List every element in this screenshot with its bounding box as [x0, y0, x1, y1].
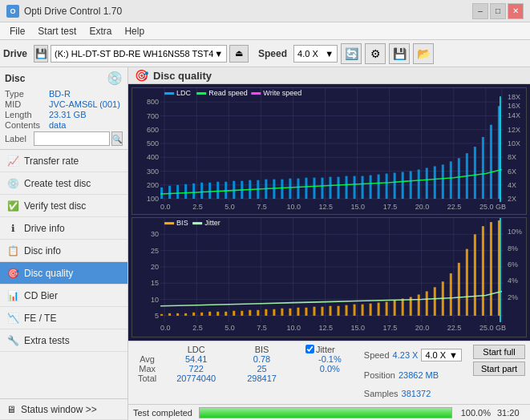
ldc-header: LDC: [160, 345, 233, 354]
svg-rect-78: [394, 173, 396, 199]
refresh-button[interactable]: 🔄: [341, 43, 362, 64]
save-button[interactable]: 💾: [389, 43, 410, 64]
sidebar-item-cd-bier[interactable]: 📊 CD Bier: [0, 285, 127, 307]
title-bar: O Opti Drive Control 1.70 – □ ✕: [0, 0, 530, 22]
jitter-checkbox[interactable]: [305, 345, 314, 353]
length-value: 23.31 GB: [49, 110, 123, 119]
svg-rect-55: [208, 183, 211, 199]
label-browse-button[interactable]: 🔍: [111, 131, 123, 146]
total-ldc: 20774040: [160, 374, 233, 383]
svg-text:17.5: 17.5: [383, 324, 398, 332]
svg-rect-150: [241, 311, 243, 316]
sidebar-item-disc-quality[interactable]: 🎯 Disc quality: [0, 262, 127, 285]
svg-rect-50: [168, 186, 171, 199]
disc-quality-header: 🎯 Disc quality: [128, 67, 530, 84]
svg-rect-151: [249, 310, 251, 316]
svg-text:14X: 14X: [508, 111, 520, 119]
svg-rect-149: [233, 311, 235, 316]
open-button[interactable]: 📂: [413, 43, 434, 64]
disc-icon: 💿: [107, 71, 123, 86]
svg-rect-143: [184, 313, 187, 316]
status-window-item[interactable]: 🖥 Status window >>: [0, 399, 127, 420]
close-button[interactable]: ✕: [508, 3, 524, 19]
svg-text:12.5: 12.5: [318, 324, 333, 332]
svg-text:Read speed: Read speed: [208, 89, 248, 97]
eject-button[interactable]: ⏏: [229, 45, 249, 63]
svg-rect-84: [442, 164, 444, 199]
disc-label-label: Label: [5, 134, 34, 143]
start-part-button[interactable]: Start part: [473, 361, 525, 376]
svg-rect-56: [216, 182, 219, 199]
menu-help[interactable]: Help: [118, 24, 151, 38]
svg-text:8%: 8%: [508, 244, 518, 252]
svg-rect-152: [257, 310, 259, 316]
speed-position-info: Speed 4.23 X 4.0 X▼ Position 23862 MB Sa…: [364, 345, 462, 403]
minimize-button[interactable]: –: [472, 3, 488, 19]
svg-text:6X: 6X: [508, 168, 516, 176]
drive-dropdown[interactable]: (K:) HL-DT-ST BD-RE WH16NS58 TST4 ▼: [51, 45, 227, 63]
sidebar-item-create-test-disc[interactable]: 💿 Create test disc: [0, 172, 127, 195]
maximize-button[interactable]: □: [490, 3, 506, 19]
svg-rect-173: [426, 292, 428, 316]
settings-button[interactable]: ⚙: [365, 43, 386, 64]
svg-rect-75: [370, 176, 372, 199]
svg-text:7.5: 7.5: [257, 324, 267, 332]
speed-dropdown[interactable]: 4.0 X▼: [293, 45, 338, 63]
svg-rect-176: [450, 273, 452, 316]
svg-rect-49: [160, 188, 163, 199]
sidebar-item-disc-info[interactable]: 📋 Disc info: [0, 240, 127, 262]
svg-text:2.5: 2.5: [192, 324, 203, 332]
svg-rect-81: [418, 170, 420, 200]
total-bis: 298417: [233, 374, 291, 383]
bis-header: BIS: [233, 345, 291, 354]
svg-rect-184: [164, 222, 174, 224]
svg-text:2%: 2%: [508, 293, 518, 301]
sidebar-item-fe-te[interactable]: 📉 FE / TE: [0, 307, 127, 329]
svg-rect-140: [160, 314, 163, 316]
svg-text:22.5: 22.5: [447, 324, 462, 332]
status-window-icon: 🖥: [6, 404, 16, 415]
svg-rect-93: [164, 92, 174, 95]
stats-table: LDC BIS Jitter Avg: [133, 345, 359, 403]
top-chart-svg: 800 700 600 500 400 300 200 100 18X 16X …: [132, 88, 526, 214]
svg-rect-71: [338, 177, 340, 199]
svg-text:LDC: LDC: [176, 89, 191, 97]
svg-text:8X: 8X: [508, 153, 516, 161]
svg-rect-172: [418, 295, 420, 316]
svg-rect-79: [402, 172, 404, 199]
svg-text:25.0 GB: 25.0 GB: [479, 324, 506, 332]
svg-rect-160: [321, 307, 323, 316]
svg-rect-69: [321, 178, 323, 199]
disc-title: Disc: [5, 73, 25, 84]
svg-rect-65: [289, 179, 291, 199]
svg-rect-158: [305, 308, 307, 316]
disc-label-input[interactable]: [34, 131, 110, 146]
svg-rect-53: [192, 184, 195, 199]
max-ldc: 722: [160, 364, 233, 374]
menu-extra[interactable]: Extra: [83, 24, 118, 38]
svg-rect-156: [289, 309, 291, 316]
svg-text:Jitter: Jitter: [204, 219, 220, 227]
svg-text:12X: 12X: [508, 126, 520, 134]
menu-start-test[interactable]: Start test: [31, 24, 83, 38]
sidebar-item-extra-tests[interactable]: 🔧 Extra tests: [0, 329, 127, 352]
position-value: 23862 MB: [399, 370, 439, 380]
start-full-button[interactable]: Start full: [473, 345, 525, 359]
svg-rect-145: [200, 313, 203, 316]
svg-rect-89: [482, 137, 484, 199]
max-jitter: 0.0%: [301, 364, 359, 374]
svg-rect-146: [208, 312, 211, 316]
contents-label: Contents: [5, 120, 49, 130]
menu-file[interactable]: File: [3, 24, 31, 38]
svg-text:25: 25: [151, 247, 159, 255]
sidebar-item-verify-test-disc[interactable]: ✅ Verify test disc: [0, 195, 127, 217]
svg-rect-66: [297, 179, 299, 199]
svg-rect-164: [354, 305, 356, 316]
speed-info-label: Speed: [364, 350, 390, 360]
svg-text:300: 300: [147, 168, 159, 176]
sidebar-item-transfer-rate[interactable]: 📈 Transfer rate: [0, 150, 127, 172]
speed-info-dropdown[interactable]: 4.0 X▼: [421, 349, 462, 361]
sidebar-item-drive-info[interactable]: ℹ Drive info: [0, 217, 127, 240]
svg-text:4%: 4%: [508, 277, 518, 285]
svg-rect-74: [362, 176, 364, 199]
